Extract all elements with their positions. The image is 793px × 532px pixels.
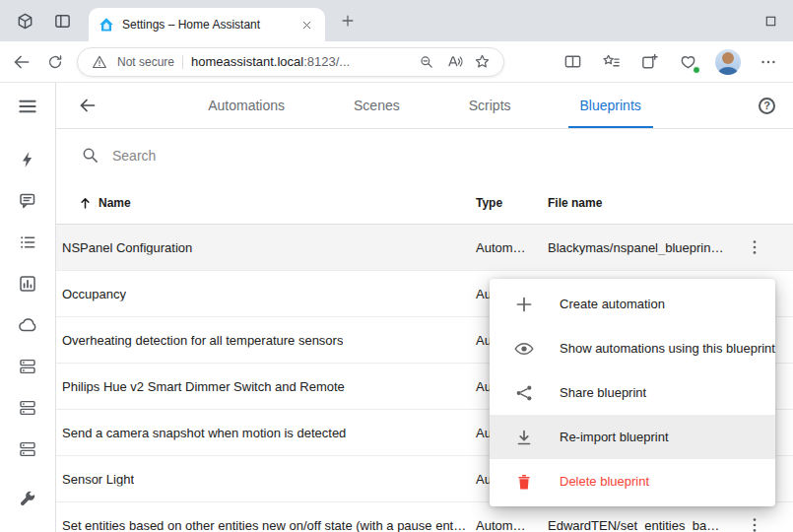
url-text: homeassistant.local:8123/... [191, 54, 409, 69]
column-header-type[interactable]: Type [476, 196, 502, 210]
tab-title: Settings – Home Assistant [122, 18, 290, 32]
search-icon [80, 146, 99, 166]
tab-scenes[interactable]: Scenes [342, 83, 412, 128]
tab-blueprints[interactable]: Blueprints [568, 83, 653, 128]
favorite-star-icon[interactable] [472, 52, 492, 72]
table-header: Name Type File name [56, 181, 793, 225]
window-controls [764, 15, 777, 28]
sort-ascending-icon [78, 195, 93, 210]
download-icon [514, 428, 534, 447]
browser-toolbar: Not secure homeassistant.local:8123/... [0, 41, 793, 83]
zoom-out-icon[interactable] [417, 52, 436, 72]
favorites-hub-icon[interactable] [600, 51, 622, 73]
back-icon[interactable] [10, 50, 33, 74]
url-path: :8123/... [303, 54, 350, 69]
column-header-file[interactable]: File name [548, 196, 602, 210]
menu-item-show-automations[interactable]: Show automations using this blueprint [490, 326, 775, 370]
read-aloud-icon[interactable] [444, 52, 464, 72]
ha-sidebar [0, 83, 56, 532]
essentials-status-dot [693, 66, 700, 74]
settings-more-icon[interactable] [758, 51, 779, 73]
row-overflow-icon[interactable] [742, 512, 767, 532]
tab-scripts[interactable]: Scripts [457, 83, 523, 128]
sidebar-chart-icon[interactable] [16, 272, 39, 296]
trash-icon [514, 472, 534, 492]
menu-item-share-blueprint[interactable]: Share blueprint [490, 370, 775, 415]
menu-item-delete-blueprint[interactable]: Delete blueprint [490, 459, 775, 503]
url-host: homeassistant.local [191, 54, 303, 69]
toolbar-right-icons [562, 49, 779, 75]
ha-nav-tabs: Automations Scenes Scripts Blueprints [56, 83, 793, 128]
sidebar-list-icon[interactable] [16, 231, 39, 254]
ha-back-icon[interactable] [76, 94, 99, 117]
sidebar-menu-icon[interactable] [16, 95, 39, 118]
column-header-name[interactable]: Name [78, 195, 131, 210]
vertical-tabs-icon[interactable] [51, 10, 73, 32]
not-secure-warning-icon[interactable] [90, 52, 109, 72]
sidebar-wrench-icon[interactable] [16, 487, 39, 510]
search-input[interactable] [112, 148, 437, 164]
sidebar-server-icon-3[interactable] [16, 437, 39, 461]
refresh-icon[interactable] [43, 50, 67, 74]
table-row[interactable]: Set entities based on other entities new… [56, 502, 793, 532]
plus-icon [514, 295, 534, 314]
tab-automations[interactable]: Automations [196, 83, 297, 128]
blueprint-context-menu: Create automation Show automations using… [490, 279, 775, 506]
new-tab-icon[interactable] [339, 12, 357, 30]
browser-tab-strip: Settings – Home Assistant [0, 0, 793, 41]
sidebar-server-icon-2[interactable] [16, 396, 39, 420]
sidebar-flash-icon[interactable] [16, 148, 39, 171]
address-bar[interactable]: Not secure homeassistant.local:8123/... [77, 47, 504, 77]
tab-close-icon[interactable] [297, 16, 315, 33]
workspaces-icon[interactable] [14, 10, 35, 32]
menu-item-create-automation[interactable]: Create automation [490, 282, 775, 326]
split-screen-icon[interactable] [562, 51, 583, 73]
maximize-icon[interactable] [764, 15, 777, 28]
menu-item-reimport-blueprint[interactable]: Re-import blueprint [490, 415, 775, 459]
browser-tab[interactable]: Settings – Home Assistant [89, 8, 325, 41]
row-overflow-icon[interactable] [742, 234, 767, 260]
eye-icon [514, 339, 534, 359]
help-icon[interactable]: ? [759, 98, 775, 114]
sidebar-cloud-icon[interactable] [16, 313, 39, 337]
ha-header: Automations Scenes Scripts Blueprints ? [56, 83, 793, 129]
share-icon [514, 383, 534, 403]
profile-avatar[interactable] [715, 49, 741, 75]
not-secure-label: Not secure [117, 55, 174, 69]
home-assistant-favicon [99, 17, 114, 33]
address-divider [182, 55, 183, 69]
collections-icon[interactable] [638, 51, 660, 73]
sidebar-server-icon-1[interactable] [16, 355, 39, 378]
search-row [56, 129, 793, 181]
sidebar-forum-icon[interactable] [16, 189, 39, 213]
browser-essentials-icon[interactable] [677, 51, 698, 73]
table-row[interactable]: NSPanel Configuration Autom… Blackymas/n… [56, 225, 793, 271]
